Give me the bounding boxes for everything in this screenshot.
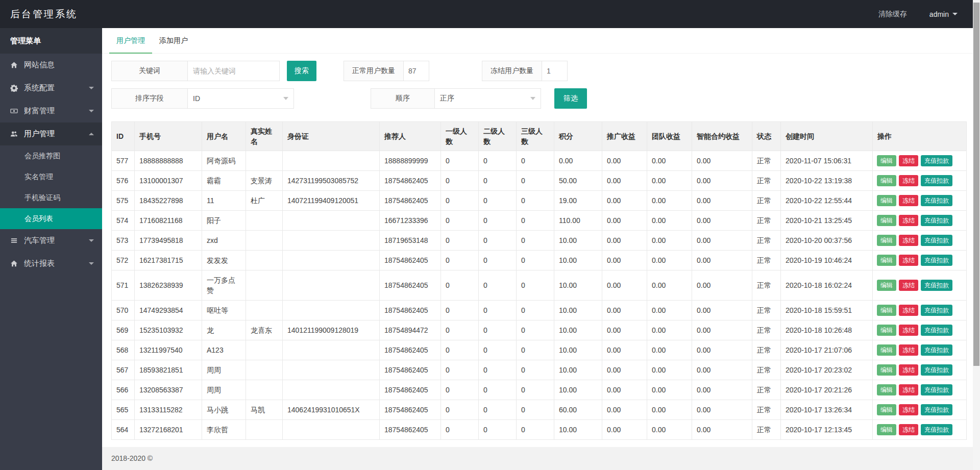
cell: 李欣哲 [202, 420, 246, 440]
freeze-button[interactable]: 冻结 [899, 404, 918, 415]
filter-button[interactable]: 筛选 [554, 88, 587, 109]
cell: 0 [479, 400, 517, 420]
column-header: 三级人数 [517, 122, 554, 151]
sidebar-item[interactable]: 汽车管理 [0, 229, 102, 252]
tab[interactable]: 用户管理 [109, 28, 152, 53]
edit-button[interactable]: 编辑 [877, 255, 896, 266]
cell: 140121199009128019 [283, 320, 380, 340]
cell: 0 [517, 360, 554, 380]
chevron-down-icon [952, 13, 958, 15]
sort-field-select[interactable]: ID [188, 88, 294, 109]
freeze-button[interactable]: 冻结 [899, 325, 918, 336]
cell: 0.00 [647, 320, 692, 340]
edit-button[interactable]: 编辑 [877, 344, 896, 356]
cell: 573 [112, 231, 135, 251]
chevron-down-icon [89, 262, 94, 265]
sidebar-item[interactable]: 财富管理 [0, 100, 102, 122]
freeze-button[interactable]: 冻结 [899, 175, 918, 186]
keyword-input[interactable] [188, 61, 280, 81]
recharge-button[interactable]: 充值扣款 [921, 364, 952, 376]
edit-button[interactable]: 编辑 [877, 364, 896, 376]
cell: 18754862405 [380, 251, 441, 270]
freeze-button[interactable]: 冻结 [899, 280, 918, 291]
sidebar-subitem[interactable]: 会员列表 [0, 208, 102, 229]
edit-button[interactable]: 编辑 [877, 325, 896, 336]
recharge-button[interactable]: 充值扣款 [921, 175, 952, 186]
cell: 0.00 [647, 360, 692, 380]
cell: 0 [479, 301, 517, 320]
tab[interactable]: 添加用户 [152, 28, 195, 53]
recharge-button[interactable]: 充值扣款 [921, 195, 952, 206]
cell: 13100001307 [135, 171, 202, 191]
freeze-button[interactable]: 冻结 [899, 305, 918, 316]
clear-cache-link[interactable]: 清除缓存 [878, 10, 907, 19]
freeze-button[interactable]: 冻结 [899, 384, 918, 395]
user-menu[interactable]: admin [929, 10, 958, 18]
tab-bar: 用户管理添加用户 [102, 28, 980, 54]
actions-cell: 编辑冻结充值扣款 [873, 251, 967, 270]
sidebar-item[interactable]: 系统配置 [0, 77, 102, 100]
freeze-button[interactable]: 冻结 [899, 344, 918, 356]
recharge-button[interactable]: 充值扣款 [921, 280, 952, 291]
recharge-button[interactable]: 充值扣款 [921, 404, 952, 415]
cell: 18754862405 [380, 301, 441, 320]
sidebar-item[interactable]: 统计报表 [0, 252, 102, 275]
recharge-button[interactable]: 充值扣款 [921, 215, 952, 226]
sidebar-subitem-label: 实名管理 [24, 172, 53, 181]
freeze-button[interactable]: 冻结 [899, 195, 918, 206]
edit-button[interactable]: 编辑 [877, 235, 896, 246]
frozen-users-value[interactable]: 1 [542, 61, 568, 81]
freeze-button[interactable]: 冻结 [899, 235, 918, 246]
edit-button[interactable]: 编辑 [877, 195, 896, 206]
sidebar-subitem[interactable]: 手机验证码 [0, 187, 102, 208]
freeze-button[interactable]: 冻结 [899, 424, 918, 435]
cell: 阳子 [202, 211, 246, 231]
cell: 正常 [752, 270, 781, 301]
recharge-button[interactable]: 充值扣款 [921, 155, 952, 166]
edit-button[interactable]: 编辑 [877, 424, 896, 435]
cell: 18754862405 [380, 360, 441, 380]
freeze-button[interactable]: 冻结 [899, 155, 918, 166]
sidebar-subitem[interactable]: 会员推荐图 [0, 145, 102, 166]
recharge-button[interactable]: 充值扣款 [921, 325, 952, 336]
edit-button[interactable]: 编辑 [877, 280, 896, 291]
recharge-button[interactable]: 充值扣款 [921, 305, 952, 316]
edit-button[interactable]: 编辑 [877, 175, 896, 186]
cell: 阿奇源码 [202, 151, 246, 171]
edit-button[interactable]: 编辑 [877, 155, 896, 166]
recharge-button[interactable]: 充值扣款 [921, 424, 952, 435]
cell: 0.00 [647, 340, 692, 360]
edit-button[interactable]: 编辑 [877, 215, 896, 226]
edit-button[interactable]: 编辑 [877, 305, 896, 316]
cell: 0.00 [647, 191, 692, 211]
edit-button[interactable]: 编辑 [877, 404, 896, 415]
cell: 杜广 [246, 191, 283, 211]
scrollbar-thumb[interactable] [973, 3, 979, 366]
cell: 0.00 [602, 270, 647, 301]
table-row: 57014749293854呕吐等1875486240500010.000.00… [112, 301, 967, 320]
recharge-button[interactable]: 充值扣款 [921, 384, 952, 395]
recharge-button[interactable]: 充值扣款 [921, 344, 952, 356]
freeze-button[interactable]: 冻结 [899, 364, 918, 376]
freeze-button[interactable]: 冻结 [899, 255, 918, 266]
recharge-button[interactable]: 充值扣款 [921, 235, 952, 246]
recharge-button[interactable]: 充值扣款 [921, 255, 952, 266]
page-scrollbar[interactable] [973, 0, 980, 470]
cell: 0 [479, 151, 517, 171]
column-header: 一级人数 [441, 122, 479, 151]
sidebar-subitem-label: 会员推荐图 [24, 152, 60, 160]
sidebar-subitem[interactable]: 实名管理 [0, 166, 102, 187]
table-row: 57216217381715发发发1875486240500010.000.00… [112, 251, 967, 270]
search-button[interactable]: 搜索 [287, 61, 316, 81]
cell: 60.00 [554, 400, 602, 420]
freeze-button[interactable]: 冻结 [899, 215, 918, 226]
sidebar-item[interactable]: 网站信息 [0, 54, 102, 77]
edit-button[interactable]: 编辑 [877, 384, 896, 395]
order-select[interactable]: 正序 [435, 88, 541, 109]
cell: 0 [441, 270, 479, 301]
cell: 0 [517, 400, 554, 420]
table-row: 56915235103932龙龙喜东1401211990091280191875… [112, 320, 967, 340]
sidebar-item[interactable]: 用户管理 [0, 122, 102, 145]
normal-users-value[interactable]: 87 [404, 61, 429, 81]
user-table: ID手机号用户名真实姓名身份证推荐人一级人数二级人数三级人数积分推广收益团队收益… [111, 121, 967, 440]
